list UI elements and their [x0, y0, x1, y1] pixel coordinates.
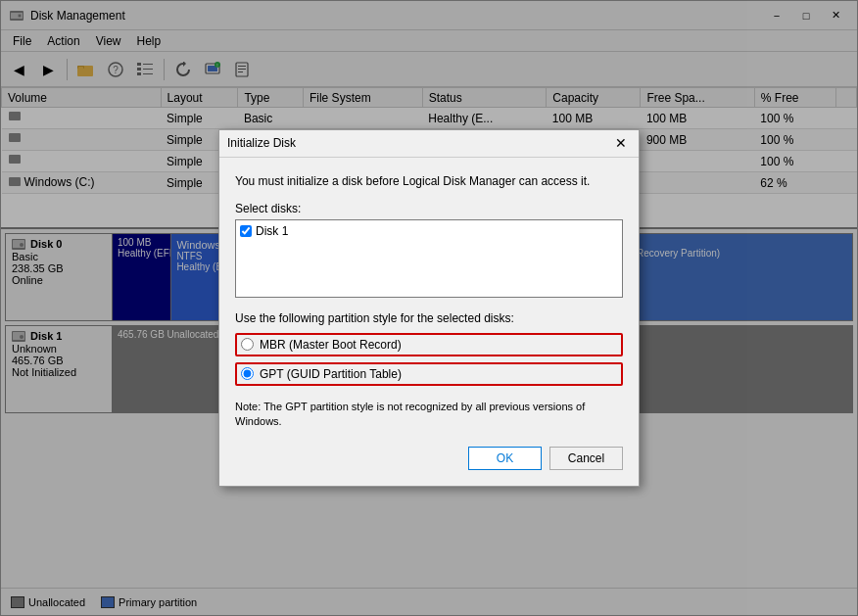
initialize-disk-modal: Initialize Disk ✕ You must initialize a … [218, 129, 640, 488]
mbr-label: MBR (Master Boot Record) [260, 338, 402, 352]
modal-body: You must initialize a disk before Logica… [219, 158, 639, 487]
gpt-option[interactable]: GPT (GUID Partition Table) [235, 362, 623, 386]
modal-description: You must initialize a disk before Logica… [235, 173, 623, 190]
radio-group: MBR (Master Boot Record) GPT (GUID Parti… [235, 333, 623, 386]
mbr-option[interactable]: MBR (Master Boot Record) [235, 333, 623, 356]
gpt-label: GPT (GUID Partition Table) [260, 367, 402, 381]
modal-title: Initialize Disk [227, 136, 296, 150]
modal-close-button[interactable]: ✕ [611, 133, 631, 153]
modal-title-bar: Initialize Disk ✕ [219, 130, 639, 158]
disk1-checkbox-label: Disk 1 [256, 224, 288, 238]
mbr-radio[interactable] [241, 338, 254, 351]
gpt-radio[interactable] [241, 367, 254, 380]
ok-button[interactable]: OK [468, 447, 542, 470]
select-disks-label: Select disks: [235, 202, 623, 215]
disk1-checkbox[interactable] [240, 225, 252, 237]
disk1-list-item[interactable]: Disk 1 [240, 224, 618, 238]
disk-select-listbox[interactable]: Disk 1 [235, 219, 623, 298]
cancel-button[interactable]: Cancel [549, 447, 623, 470]
partition-style-label: Use the following partition style for th… [235, 311, 623, 325]
modal-note: Note: The GPT partition style is not rec… [235, 400, 623, 430]
modal-buttons: OK Cancel [235, 443, 623, 470]
modal-overlay: Initialize Disk ✕ You must initialize a … [0, 0, 858, 616]
